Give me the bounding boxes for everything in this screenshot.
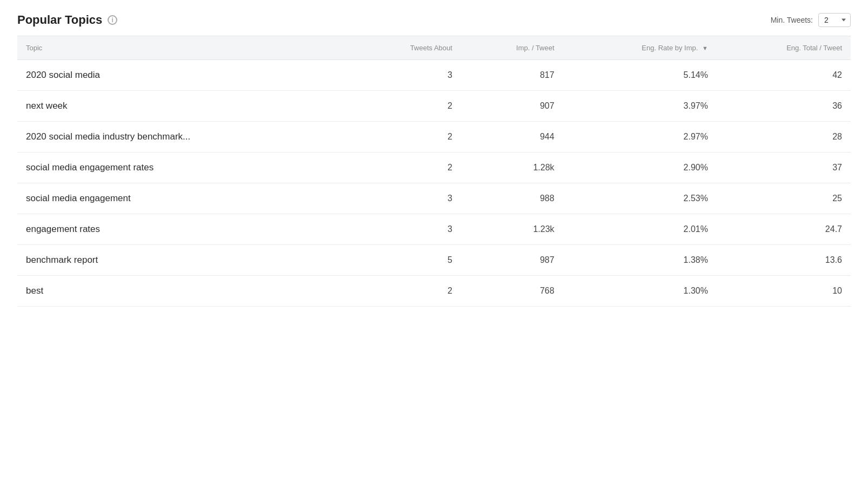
section-header: Popular Topics i Min. Tweets: 2 3 5 10 xyxy=(17,13,851,27)
table-row[interactable]: benchmark report59871.38%13.6 xyxy=(17,245,851,276)
cell-imp-per-tweet: 907 xyxy=(461,91,563,122)
min-tweets-select[interactable]: 2 3 5 10 xyxy=(818,13,851,27)
cell-eng-total: 10 xyxy=(717,276,851,307)
cell-eng-rate: 2.90% xyxy=(563,152,717,183)
cell-imp-per-tweet: 988 xyxy=(461,183,563,214)
cell-topic: next week xyxy=(17,91,351,122)
sort-arrow-icon: ▼ xyxy=(702,45,708,51)
cell-eng-rate: 3.97% xyxy=(563,91,717,122)
table-header-row: Topic Tweets About Imp. / Tweet Eng. Rat… xyxy=(17,36,851,60)
cell-topic: 2020 social media industry benchmark... xyxy=(17,122,351,152)
min-tweets-select-wrapper[interactable]: 2 3 5 10 xyxy=(818,13,851,27)
cell-eng-rate: 1.30% xyxy=(563,276,717,307)
cell-imp-per-tweet: 817 xyxy=(461,60,563,91)
cell-eng-total: 24.7 xyxy=(717,214,851,245)
cell-eng-rate: 1.38% xyxy=(563,245,717,276)
cell-tweets-about: 3 xyxy=(351,183,460,214)
cell-eng-rate: 2.53% xyxy=(563,183,717,214)
cell-topic: social media engagement xyxy=(17,183,351,214)
table-row[interactable]: 2020 social media38175.14%42 xyxy=(17,60,851,91)
topics-table: Topic Tweets About Imp. / Tweet Eng. Rat… xyxy=(17,36,851,307)
cell-eng-total: 36 xyxy=(717,91,851,122)
col-header-topic: Topic xyxy=(17,36,351,60)
cell-topic: best xyxy=(17,276,351,307)
table-row[interactable]: best27681.30%10 xyxy=(17,276,851,307)
col-header-tweets-about: Tweets About xyxy=(351,36,460,60)
table-row[interactable]: engagement rates31.23k2.01%24.7 xyxy=(17,214,851,245)
cell-eng-total: 28 xyxy=(717,122,851,152)
cell-eng-total: 37 xyxy=(717,152,851,183)
cell-eng-total: 42 xyxy=(717,60,851,91)
cell-imp-per-tweet: 1.28k xyxy=(461,152,563,183)
info-icon[interactable]: i xyxy=(108,15,117,25)
cell-topic: benchmark report xyxy=(17,245,351,276)
popular-topics-container: Popular Topics i Min. Tweets: 2 3 5 10 T… xyxy=(0,0,868,504)
cell-topic: engagement rates xyxy=(17,214,351,245)
col-header-eng-rate[interactable]: Eng. Rate by Imp. ▼ xyxy=(563,36,717,60)
cell-tweets-about: 3 xyxy=(351,214,460,245)
cell-eng-rate: 2.97% xyxy=(563,122,717,152)
table-row[interactable]: next week29073.97%36 xyxy=(17,91,851,122)
cell-eng-total: 25 xyxy=(717,183,851,214)
cell-tweets-about: 3 xyxy=(351,60,460,91)
cell-eng-total: 13.6 xyxy=(717,245,851,276)
cell-tweets-about: 2 xyxy=(351,152,460,183)
cell-imp-per-tweet: 944 xyxy=(461,122,563,152)
cell-eng-rate: 2.01% xyxy=(563,214,717,245)
page-title: Popular Topics xyxy=(17,13,102,27)
cell-imp-per-tweet: 987 xyxy=(461,245,563,276)
cell-tweets-about: 5 xyxy=(351,245,460,276)
header-right: Min. Tweets: 2 3 5 10 xyxy=(771,13,851,27)
cell-tweets-about: 2 xyxy=(351,91,460,122)
table-row[interactable]: 2020 social media industry benchmark...2… xyxy=(17,122,851,152)
cell-eng-rate: 5.14% xyxy=(563,60,717,91)
col-header-eng-total: Eng. Total / Tweet xyxy=(717,36,851,60)
cell-imp-per-tweet: 768 xyxy=(461,276,563,307)
table-row[interactable]: social media engagement39882.53%25 xyxy=(17,183,851,214)
table-row[interactable]: social media engagement rates21.28k2.90%… xyxy=(17,152,851,183)
min-tweets-label: Min. Tweets: xyxy=(771,16,813,24)
cell-tweets-about: 2 xyxy=(351,122,460,152)
cell-tweets-about: 2 xyxy=(351,276,460,307)
cell-imp-per-tweet: 1.23k xyxy=(461,214,563,245)
header-left: Popular Topics i xyxy=(17,13,117,27)
col-header-imp-per-tweet: Imp. / Tweet xyxy=(461,36,563,60)
cell-topic: social media engagement rates xyxy=(17,152,351,183)
cell-topic: 2020 social media xyxy=(17,60,351,91)
